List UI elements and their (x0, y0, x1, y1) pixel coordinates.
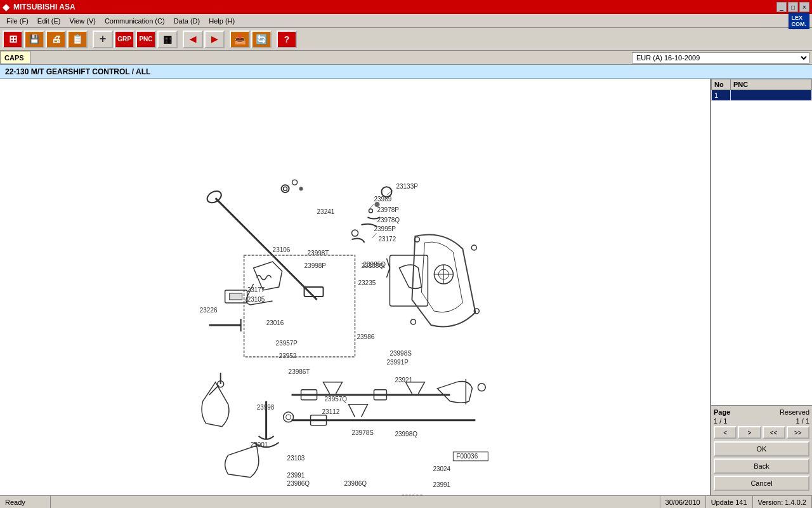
refresh-button[interactable]: 🔄 (251, 30, 272, 48)
app-logo: ◆ (3, 2, 10, 12)
svg-text:23241: 23241 (317, 208, 335, 215)
print-button[interactable]: 🖨 (46, 30, 66, 48)
app-title: MITSUBISHI ASA (13, 3, 75, 11)
svg-text:23103: 23103 (287, 455, 305, 462)
main-content: F00036 23133P 23989 23978P 23978Q 23995P… (0, 79, 812, 495)
svg-text:23998Q: 23998Q (395, 431, 417, 438)
import-button[interactable]: 📥 (230, 30, 250, 48)
lex-com-logo: LEXCOM. (789, 13, 810, 29)
status-version: Version: 1.4.0.2 (753, 496, 812, 508)
row-pnc (731, 90, 812, 101)
svg-text:23978S: 23978S (352, 429, 374, 436)
parts-diagram: F00036 23133P 23989 23978P 23978Q 23995P… (0, 79, 710, 495)
reserved-label: Reserved (780, 408, 809, 416)
nav-buttons: < > << >> (714, 426, 809, 439)
minimize-button[interactable]: _ (776, 2, 787, 12)
nav-last[interactable]: >> (787, 426, 809, 439)
menu-data[interactable]: Data (D) (170, 16, 204, 26)
caps-bar: CAPS EUR (A) 16-10-2009 (0, 51, 812, 65)
svg-text:23921: 23921 (395, 377, 412, 384)
svg-text:23986Q: 23986Q (287, 480, 310, 487)
prev-button[interactable]: ◀ (183, 30, 203, 48)
diagram-area: F00036 23133P 23989 23978P 23978Q 23995P… (0, 79, 710, 495)
cancel-button[interactable]: Cancel (714, 476, 809, 491)
svg-text:23177: 23177 (247, 286, 265, 293)
svg-text:23235: 23235 (358, 279, 376, 286)
caps-region[interactable]: EUR (A) 16-10-2009 (632, 52, 809, 64)
svg-text:23105: 23105 (247, 296, 265, 303)
nav-next[interactable]: > (738, 426, 761, 439)
breadcrumb: 22-130 M/T GEARSHIFT CONTROL / ALL (0, 65, 812, 79)
svg-text:23106: 23106 (273, 246, 291, 253)
menu-bar: File (F) Edit (E) View (V) Communication… (0, 14, 812, 28)
grid-button[interactable]: ▦ (157, 30, 178, 48)
svg-text:23112: 23112 (322, 408, 340, 415)
status-update: Update 141 (706, 496, 753, 508)
table-row[interactable]: 1 (712, 90, 812, 101)
menu-communication[interactable]: Communication (C) (101, 16, 169, 26)
col-no: No (712, 79, 731, 90)
svg-text:23986T: 23986T (289, 368, 310, 375)
svg-rect-17 (230, 293, 242, 300)
reserved-value: 1 / 1 (796, 417, 809, 425)
grp-button[interactable]: GRP (114, 30, 134, 48)
svg-text:23226: 23226 (200, 307, 218, 314)
svg-text:23978P: 23978P (377, 206, 399, 213)
svg-text:23016: 23016 (266, 319, 284, 326)
toolbar: ⊞ 💾 🖨 📋 + GRP PNC ▦ ◀ ▶ 📥 🔄 ? (0, 28, 812, 51)
breadcrumb-text: 22-130 M/T GEARSHIFT CONTROL / ALL (5, 67, 150, 76)
page-value: 1 / 1 (714, 417, 727, 425)
svg-text:23986: 23986 (357, 333, 374, 340)
maximize-button[interactable]: □ (788, 2, 798, 12)
menu-view[interactable]: View (V) (66, 16, 100, 26)
svg-text:23957Q: 23957Q (325, 396, 348, 403)
status-ready: Ready (0, 496, 51, 508)
svg-text:F00036: F00036 (456, 453, 478, 460)
svg-text:23986Q: 23986Q (401, 494, 424, 495)
help-button[interactable]: ? (277, 30, 297, 48)
svg-text:23991: 23991 (433, 481, 450, 488)
svg-text:23133Q: 23133Q (361, 262, 384, 269)
svg-text:23998S: 23998S (390, 350, 412, 357)
right-panel: No PNC 1 Page Re (710, 79, 812, 495)
status-date: 30/06/2010 (660, 496, 706, 508)
title-bar: ◆ MITSUBISHI ASA _ □ × (0, 0, 812, 14)
home-button[interactable]: ⊞ (3, 30, 23, 48)
svg-text:23991P: 23991P (386, 359, 409, 366)
nav-first[interactable]: << (763, 426, 785, 439)
menu-edit[interactable]: Edit (E) (34, 16, 65, 26)
list-button[interactable]: 📋 (67, 30, 88, 48)
region-select[interactable]: EUR (A) 16-10-2009 (632, 52, 809, 64)
svg-text:23978Q: 23978Q (377, 217, 400, 224)
parts-table: No PNC 1 (711, 79, 812, 406)
svg-text:23998T: 23998T (308, 250, 329, 257)
status-fill (51, 496, 660, 508)
nav-prev[interactable]: < (714, 426, 737, 439)
caps-label: CAPS (0, 51, 30, 64)
title-controls[interactable]: _ □ × (776, 2, 809, 12)
save-button[interactable]: 💾 (24, 30, 44, 48)
menu-help[interactable]: Help (H) (205, 16, 239, 26)
svg-text:23024: 23024 (433, 465, 450, 472)
svg-text:23986Q: 23986Q (344, 480, 367, 487)
svg-text:23133P: 23133P (396, 183, 418, 190)
back-button[interactable]: Back (714, 458, 809, 474)
svg-text:23998: 23998 (257, 404, 275, 411)
svg-text:23989: 23989 (374, 196, 391, 203)
svg-text:23952: 23952 (279, 352, 297, 359)
pagination: Page Reserved 1 / 1 1 / 1 < > << >> OK B… (711, 406, 812, 495)
menu-file[interactable]: File (F) (3, 16, 32, 26)
status-bar: Ready 30/06/2010 Update 141 Version: 1.4… (0, 495, 812, 508)
pnc-button[interactable]: PNC (136, 30, 156, 48)
next-button[interactable]: ▶ (204, 30, 225, 48)
col-pnc: PNC (731, 79, 812, 90)
svg-text:23957P: 23957P (276, 340, 298, 347)
add-button[interactable]: + (93, 30, 113, 48)
row-no: 1 (712, 90, 731, 101)
ok-button[interactable]: OK (714, 441, 809, 457)
close-button[interactable]: × (799, 2, 809, 12)
page-label: Page (714, 408, 730, 416)
title-left: ◆ MITSUBISHI ASA (3, 2, 75, 12)
svg-point-21 (299, 187, 303, 190)
svg-text:23172: 23172 (378, 236, 396, 243)
